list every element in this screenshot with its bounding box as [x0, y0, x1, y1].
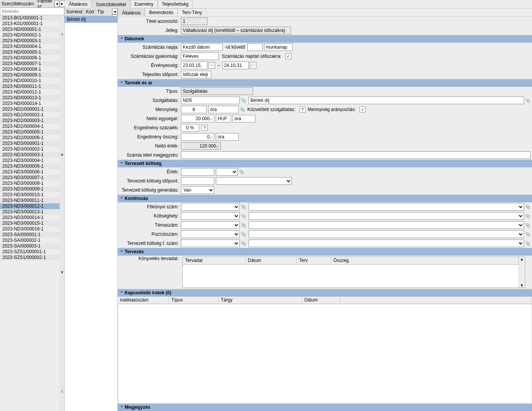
- tab-szerződéstétel[interactable]: Szerződéstétel: [92, 0, 130, 8]
- list-item[interactable]: 2023-ND/000006-1: [0, 55, 60, 61]
- section-kontirozas[interactable]: ⌃ Kontírozás: [118, 195, 532, 202]
- list-item[interactable]: 2023-ND3/000001-1: [0, 141, 60, 146]
- szolg-code-field[interactable]: ND5: [181, 97, 240, 104]
- tervezett-idopont-input[interactable]: [181, 177, 214, 185]
- tervezett-general-select[interactable]: Van: [181, 186, 214, 194]
- list-item[interactable]: 2023-ND3/000014-1: [0, 215, 60, 221]
- konti-select-left[interactable]: [181, 230, 240, 238]
- search-input[interactable]: [0, 8, 64, 15]
- attachment-icon[interactable]: 📎: [525, 214, 530, 219]
- list-item[interactable]: 2023-ND3/000015-1: [0, 221, 60, 226]
- list-item[interactable]: 2023-ND3/000006-1: [0, 169, 60, 175]
- subtab-terv-tény[interactable]: Terv-Tény: [177, 8, 206, 16]
- konti-select-right[interactable]: [249, 230, 524, 238]
- attachment-icon[interactable]: 📎: [241, 232, 246, 237]
- list-item[interactable]: 2023-ND/000014-1: [0, 101, 60, 106]
- scroll-down-icon[interactable]: ▼: [60, 270, 64, 275]
- engedmeny-o-input[interactable]: [181, 133, 214, 141]
- attachment-icon[interactable]: 📎: [239, 170, 244, 175]
- konti-select-right[interactable]: [249, 203, 524, 211]
- list-item[interactable]: 2023-ND3/000010-1: [0, 192, 60, 198]
- tervezes-body[interactable]: [183, 265, 519, 287]
- list-item[interactable]: 2023-ND/000007-1: [0, 61, 60, 67]
- section-tervezes[interactable]: ⌃ Tervezés: [118, 248, 532, 255]
- megjegyzes-input[interactable]: [181, 151, 530, 159]
- list-item[interactable]: 2023-ND3/000016-1: [0, 226, 60, 232]
- konti-select-right[interactable]: [249, 221, 524, 229]
- mid-list[interactable]: Bérleti díj: [65, 16, 117, 411]
- list-item[interactable]: 2023-SA/000001-1: [0, 232, 60, 238]
- engedmeny-q-box[interactable]: ?: [201, 125, 207, 131]
- kozv-checkbox[interactable]: ?: [299, 106, 306, 113]
- list-item[interactable]: 2023-ND/000005-1: [0, 49, 60, 55]
- list-item[interactable]: 2023-SZS1/000001-1: [0, 249, 60, 255]
- terv-col[interactable]: Terv: [297, 257, 331, 264]
- per-unit-field[interactable]: óra: [233, 115, 255, 122]
- attachment-icon[interactable]: 📎: [525, 241, 530, 246]
- section-tervezett[interactable]: ⌃ Tervezett költség: [118, 160, 532, 167]
- tervezett-ertek-input[interactable]: [181, 168, 214, 176]
- list-item[interactable]: 2023-ND3/000009-1: [0, 186, 60, 192]
- list-item[interactable]: 2023-ND2/000005-1: [0, 129, 60, 135]
- list-item[interactable]: 2023-ND/000008-1: [0, 67, 60, 72]
- terv-col[interactable]: Dátum: [245, 257, 297, 264]
- tab-teljesítettség[interactable]: Teljesítettség: [158, 0, 193, 8]
- list-item[interactable]: 2023-ND2/000002-1: [0, 112, 60, 118]
- list-item[interactable]: 2023-ND3/000004-1: [0, 158, 60, 163]
- list-item[interactable]: 2023-ND3/000008-1: [0, 181, 60, 186]
- section-kapcsolodo[interactable]: ⌃ Kapcsolódó iratok (0): [118, 289, 532, 297]
- erv-to-field[interactable]: 24.10.31.: [222, 62, 249, 69]
- left-col-contract[interactable]: Szerződésszám: [0, 0, 36, 7]
- erv-to-picker-icon[interactable]: ⋯: [250, 62, 256, 69]
- attachment-icon[interactable]: 📎: [525, 223, 530, 228]
- szamlazas-napja-field[interactable]: Kezdő dátum: [181, 43, 223, 51]
- scroll-up-icon[interactable]: ▲: [60, 152, 64, 156]
- terv-col[interactable]: Összeg: [331, 257, 519, 264]
- subtab-általános[interactable]: Általános: [118, 9, 145, 17]
- docs-col[interactable]: Dátum: [302, 297, 340, 304]
- konti-select-right[interactable]: [249, 240, 524, 247]
- mid-item[interactable]: Bérleti díj: [65, 16, 117, 23]
- attachment-icon[interactable]: 📎: [241, 98, 246, 103]
- list-item[interactable]: 2023-ND2/000004-1: [0, 124, 60, 129]
- docs-col[interactable]: Tárgy: [218, 297, 302, 304]
- list-item[interactable]: 2023-ND/000013-1: [0, 95, 60, 101]
- mid-col-kod[interactable]: Kód: [84, 8, 96, 16]
- kapcsolodo-body[interactable]: [118, 304, 532, 403]
- engedmeny-unit-field[interactable]: óra: [216, 133, 239, 141]
- attachment-icon[interactable]: 📎: [240, 107, 245, 112]
- attachment-icon[interactable]: 📎: [241, 205, 246, 209]
- scroll-up-icon[interactable]: ▲: [520, 257, 524, 261]
- munkanap-field[interactable]: munkanap: [264, 43, 293, 51]
- mid-col-sorrend[interactable]: Sorrend: [65, 8, 84, 16]
- list-item[interactable]: 2023-ND2/000003-1: [0, 118, 60, 124]
- list-item[interactable]: 2023-ND/000001-1: [0, 27, 60, 32]
- scroll-top-icon[interactable]: ⤒: [60, 33, 64, 38]
- mid-prev-icon[interactable]: ◄: [112, 8, 117, 14]
- list-item[interactable]: 2023-ND/000010-1: [0, 78, 60, 84]
- list-item[interactable]: 2023-ND2/000006-1: [0, 135, 60, 141]
- section-megjegyzes[interactable]: ⌃ Megjegyzés: [118, 403, 532, 411]
- list-item[interactable]: 2023-ND3/000013-1: [0, 209, 60, 215]
- list-item[interactable]: 2023-SA/000002-1: [0, 238, 60, 243]
- left-prev-icon[interactable]: ◄: [54, 1, 60, 7]
- scroll-bottom-icon[interactable]: ⤓: [60, 389, 64, 394]
- docs-col[interactable]: Típus: [169, 297, 218, 304]
- list-item[interactable]: 2023-ND3/000003-1: [0, 152, 60, 158]
- attachment-icon[interactable]: 📎: [525, 232, 530, 237]
- tab-esemény[interactable]: Esemény: [130, 0, 158, 8]
- engedmeny-sz-input[interactable]: [181, 124, 199, 132]
- list-item[interactable]: 2023-ND/000003-1: [0, 38, 60, 44]
- tervezett-ertek-select[interactable]: [216, 168, 238, 176]
- list-item[interactable]: 2023-ND/000011-1: [0, 84, 60, 89]
- list-item[interactable]: 2023-ND3/000007-1: [0, 175, 60, 181]
- list-item[interactable]: 2023-SZS1/000002-1: [0, 255, 60, 260]
- attachment-icon[interactable]: 📎: [241, 214, 246, 219]
- attachment-icon[interactable]: 📎: [525, 98, 530, 103]
- list-item[interactable]: 2013-B01/000001-1: [0, 15, 60, 21]
- subtab-berendezés[interactable]: Berendezés: [145, 8, 177, 16]
- attachment-icon[interactable]: 📎: [241, 223, 246, 228]
- erv-from-picker-icon[interactable]: ⋯: [208, 62, 215, 69]
- left-next-icon[interactable]: ►: [60, 1, 65, 7]
- egysegar-input[interactable]: [181, 115, 214, 122]
